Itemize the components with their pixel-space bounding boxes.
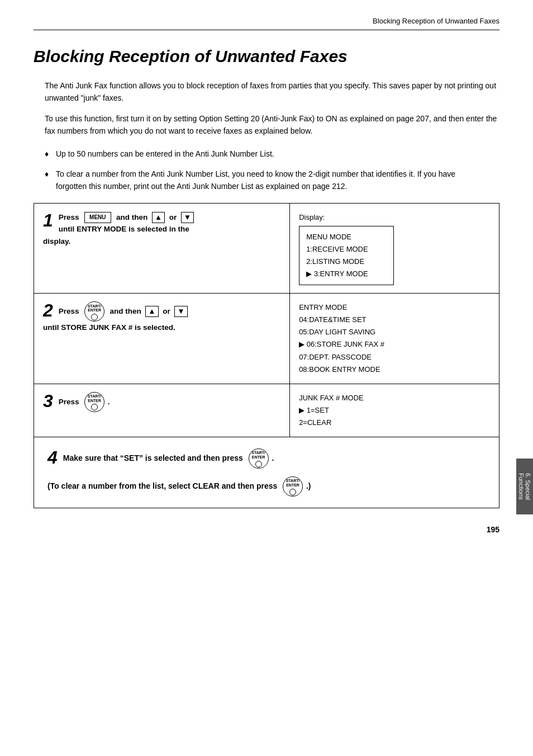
step-1-left: 1 Press MENU and then ▲ or ▼ until ENTRY… [34, 203, 290, 293]
display-line-2-1: 04:DATE&TIME SET [299, 314, 490, 326]
intro-para1: The Anti Junk Fax function allows you to… [45, 79, 499, 105]
step-2-number: 2 [43, 301, 53, 319]
step-1-right: Display: MENU MODE 1:RECEIVE MODE 2:LIST… [290, 203, 499, 293]
arrow-down-key-2: ▼ [174, 306, 187, 317]
step-4-line2: (To clear a number from the list, select… [47, 476, 486, 497]
start-enter-key-2: START/ ENTER [84, 301, 104, 322]
start-enter-key-3: START/ ENTER [84, 392, 104, 412]
display-line-2-0: ENTRY MODE [299, 301, 490, 314]
display-line-3-0: JUNK FAX # MODE [299, 392, 490, 404]
display-line-1-2: 2:LISTING MODE [306, 256, 387, 268]
intro-para2: To use this function, first turn it on b… [45, 112, 499, 138]
display-line-1-0: MENU MODE [306, 231, 387, 243]
step-2-left: 2 Press START/ ENTER and then ▲ [34, 294, 290, 384]
arrow-up-key-2: ▲ [145, 306, 158, 317]
step-4-line1: Make sure that “SET” is selected and the… [47, 448, 486, 469]
display-line-2-3: ▶ 06:STORE JUNK FAX # [299, 338, 490, 351]
display-line-3-2: 2=CLEAR [299, 417, 490, 429]
step-1-bold2: display. [43, 237, 70, 245]
display-line-2-4: 07:DEPT. PASSCODE [299, 351, 490, 363]
start-enter-key-4a: START/ ENTER [249, 448, 269, 469]
menu-key: MENU [84, 212, 111, 223]
step-3-number: 3 [43, 392, 53, 410]
page-number: 195 [34, 525, 499, 534]
step-2-row: 2 Press START/ ENTER and then ▲ [34, 294, 499, 384]
bullet-item-1: Up to 50 numbers can be entered in the A… [45, 148, 488, 160]
step-4-number: 4 [47, 448, 58, 466]
display-line-2-2: 05:DAY LIGHT SAVING [299, 326, 490, 338]
page-header: Blocking Reception of Unwanted Faxes [34, 17, 499, 30]
step-2-right: ENTRY MODE 04:DATE&TIME SET 05:DAY LIGHT… [290, 294, 499, 384]
page-title: Blocking Reception of Unwanted Faxes [34, 47, 499, 66]
step-2-content: Press START/ ENTER and then ▲ or ▼ [43, 301, 280, 334]
step-3-row: 3 Press START/ ENTER . [34, 384, 499, 437]
side-tab-text: 6. SpecialFunctions [518, 473, 531, 500]
header-title: Blocking Reception of Unwanted Faxes [373, 17, 499, 25]
step-1-content: Press MENU and then ▲ or ▼ until ENTRY M… [43, 211, 280, 248]
display-label-1: Display: [299, 211, 490, 224]
display-line-1-1: 1:RECEIVE MODE [306, 243, 387, 256]
step-3-left: 3 Press START/ ENTER . [34, 384, 290, 437]
bullet-item-2: To clear a number from the Anti Junk Num… [45, 168, 488, 193]
arrow-down-key: ▼ [181, 212, 194, 223]
display-line-3-1: ▶ 1=SET [299, 404, 490, 417]
steps-table: 1 Press MENU and then ▲ or ▼ until ENTRY… [34, 203, 499, 437]
arrow-up-key: ▲ [152, 212, 165, 223]
step-1-bold: until ENTRY MODE is selected in the [59, 225, 189, 233]
step-1-number: 1 [43, 211, 53, 229]
bullet-list: Up to 50 numbers can be entered in the A… [45, 148, 488, 193]
step-2-bold: until STORE JUNK FAX # is selected. [43, 323, 175, 332]
step-3-right: JUNK FAX # MODE ▶ 1=SET 2=CLEAR [290, 384, 499, 437]
display-line-2-5: 08:BOOK ENTRY MODE [299, 363, 490, 376]
display-box-1: MENU MODE 1:RECEIVE MODE 2:LISTING MODE … [299, 226, 394, 285]
step-3-content: Press START/ ENTER . [43, 392, 280, 412]
step-1-row: 1 Press MENU and then ▲ or ▼ until ENTRY… [34, 203, 499, 293]
step-4-section: 4 Make sure that “SET” is selected and t… [34, 437, 499, 508]
start-enter-key-4b: START/ ENTER [283, 476, 303, 497]
side-tab: 6. SpecialFunctions [516, 459, 533, 514]
step-4-content: Make sure that “SET” is selected and the… [47, 448, 486, 497]
display-line-1-3: ▶ 3:ENTRY MODE [306, 268, 387, 280]
